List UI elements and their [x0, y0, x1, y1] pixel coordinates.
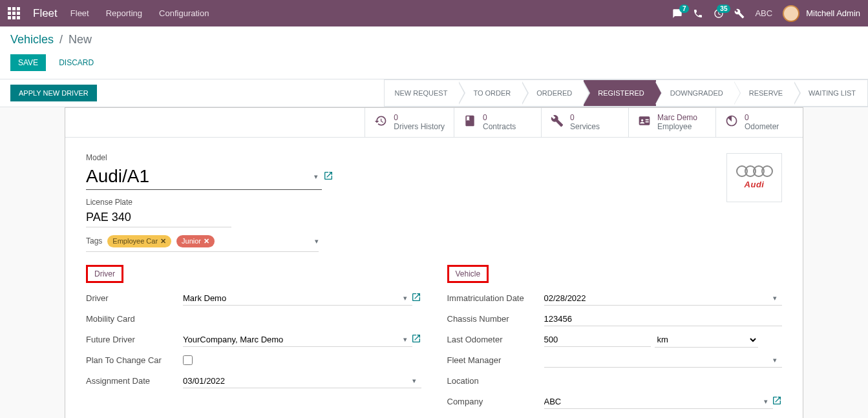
user-name: Mitchell Admin — [806, 8, 860, 18]
statusbar-row: APPLY NEW DRIVER NEW REQUEST TO ORDER OR… — [0, 79, 868, 107]
company-external-link-icon[interactable] — [772, 395, 782, 408]
future-driver-label: Future Driver — [86, 335, 183, 344]
status-new-request[interactable]: NEW REQUEST — [384, 79, 460, 107]
dashboard-icon — [725, 114, 738, 131]
stat-services-label: Services — [570, 122, 600, 131]
discard-button[interactable]: DISCARD — [54, 54, 99, 71]
assignment-date-caret-icon[interactable]: ▾ — [412, 377, 416, 385]
book-icon — [463, 114, 476, 131]
user-avatar — [783, 5, 799, 22]
activities-badge: 35 — [717, 5, 730, 13]
plan-change-car-checkbox[interactable] — [183, 355, 193, 365]
control-panel: Vehicles / New SAVE DISCARD — [0, 26, 868, 79]
future-driver-caret-icon[interactable]: ▾ — [403, 335, 407, 344]
status-reserve[interactable]: RESERVE — [735, 79, 794, 107]
driver-caret-icon[interactable]: ▾ — [403, 294, 407, 302]
history-icon — [374, 114, 387, 131]
tag-remove-icon[interactable]: ✕ — [160, 237, 166, 246]
model-dropdown-caret[interactable]: ▾ — [314, 172, 318, 181]
top-navbar: Fleet Fleet Reporting Configuration 7 35… — [0, 0, 868, 26]
id-card-icon — [638, 114, 651, 131]
debug-icon[interactable] — [734, 8, 745, 19]
apply-new-driver-button[interactable]: APPLY NEW DRIVER — [10, 85, 97, 101]
stat-odometer-value: 0 — [745, 113, 779, 122]
future-driver-external-link-icon[interactable] — [411, 333, 421, 346]
messages-icon[interactable]: 7 — [672, 8, 683, 19]
breadcrumb-current: New — [69, 33, 92, 46]
phone-icon[interactable] — [693, 8, 703, 19]
tags-label: Tags — [86, 236, 102, 246]
chassis-label: Chassis Number — [447, 314, 544, 324]
stat-odometer[interactable]: 0 Odometer — [715, 108, 803, 137]
group-driver: Driver Driver ▾ Mobility Card — [86, 265, 421, 413]
stat-drivers-history-label: Drivers History — [394, 122, 445, 131]
tag-employee-car[interactable]: Employee Car ✕ — [107, 235, 171, 247]
status-to-order[interactable]: TO ORDER — [459, 79, 522, 107]
immat-date-input[interactable] — [544, 291, 783, 306]
tag-remove-icon[interactable]: ✕ — [204, 237, 209, 246]
fleet-manager-input[interactable] — [544, 353, 783, 368]
nav-menu-reporting[interactable]: Reporting — [106, 8, 142, 18]
brand-title[interactable]: Fleet — [33, 7, 58, 20]
stat-employee[interactable]: Marc Demo Employee — [628, 108, 715, 137]
company-caret-icon[interactable]: ▾ — [764, 397, 768, 406]
mobility-card-input[interactable] — [183, 312, 421, 326]
group-vehicle-title: Vehicle — [447, 265, 489, 283]
status-arrows: NEW REQUEST TO ORDER ORDERED REGISTERED … — [384, 79, 869, 107]
model-input[interactable] — [86, 163, 322, 190]
future-driver-input[interactable] — [183, 333, 412, 347]
wrench-icon — [551, 114, 564, 131]
status-waiting-list[interactable]: WAITING LIST — [794, 79, 868, 107]
brand-logo-text: Audi — [745, 180, 765, 189]
breadcrumb-parent[interactable]: Vehicles — [10, 33, 54, 46]
group-vehicle: Vehicle Immatriculation Date ▾ Chassis N… — [447, 265, 783, 413]
status-ordered[interactable]: ORDERED — [522, 79, 584, 107]
nav-menu: Fleet Reporting Configuration — [70, 8, 209, 18]
immat-date-caret-icon[interactable]: ▾ — [773, 294, 777, 302]
stat-employee-value: Marc Demo — [657, 113, 697, 122]
stat-services[interactable]: 0 Services — [541, 108, 628, 137]
stat-drivers-history[interactable]: 0 Drivers History — [365, 108, 454, 137]
plate-input[interactable] — [86, 208, 231, 227]
form-sheet: 0 Drivers History 0 Contracts 0 — [65, 107, 803, 418]
driver-input[interactable] — [183, 291, 412, 306]
mobility-card-label: Mobility Card — [86, 314, 183, 324]
stat-button-bar: 0 Drivers History 0 Contracts 0 — [65, 108, 803, 138]
immat-date-label: Immatriculation Date — [447, 293, 544, 303]
stat-contracts[interactable]: 0 Contracts — [454, 108, 541, 137]
save-button[interactable]: SAVE — [10, 54, 46, 71]
tags-dropdown-caret[interactable]: ▾ — [315, 237, 319, 246]
tag-text: Junior — [182, 237, 201, 245]
messages-badge: 7 — [679, 5, 690, 13]
chassis-input[interactable] — [544, 312, 783, 326]
assignment-date-input[interactable] — [183, 374, 421, 388]
breadcrumb: Vehicles / New — [10, 33, 858, 47]
stat-odometer-label: Odometer — [745, 122, 779, 131]
company-switcher[interactable]: ABC — [755, 8, 772, 18]
driver-external-link-icon[interactable] — [411, 292, 421, 304]
status-registered[interactable]: REGISTERED — [584, 79, 656, 107]
company-input[interactable] — [544, 395, 774, 409]
tag-junior[interactable]: Junior ✕ — [176, 235, 215, 247]
odometer-unit-select[interactable]: km — [655, 332, 758, 348]
activities-icon[interactable]: 35 — [714, 8, 724, 19]
brand-logo[interactable]: Audi — [726, 153, 782, 202]
plan-change-car-label: Plan To Change Car — [86, 355, 183, 365]
odometer-input[interactable] — [544, 333, 651, 347]
apps-icon[interactable] — [8, 7, 20, 19]
stat-contracts-value: 0 — [483, 113, 516, 122]
fleet-manager-caret-icon[interactable]: ▾ — [773, 356, 777, 364]
tag-text: Employee Car — [112, 237, 158, 245]
group-driver-title: Driver — [86, 265, 123, 283]
stat-services-value: 0 — [570, 113, 600, 122]
user-menu[interactable]: Mitchell Admin — [783, 5, 860, 22]
nav-menu-fleet[interactable]: Fleet — [70, 8, 89, 18]
model-external-link-icon[interactable] — [323, 171, 333, 183]
audi-rings-icon — [736, 165, 773, 177]
model-label: Model — [86, 153, 435, 162]
status-downgraded[interactable]: DOWNGRADED — [656, 79, 735, 107]
location-input[interactable] — [544, 374, 783, 388]
driver-label: Driver — [86, 293, 183, 303]
company-label: Company — [447, 397, 544, 406]
nav-menu-configuration[interactable]: Configuration — [159, 8, 209, 18]
